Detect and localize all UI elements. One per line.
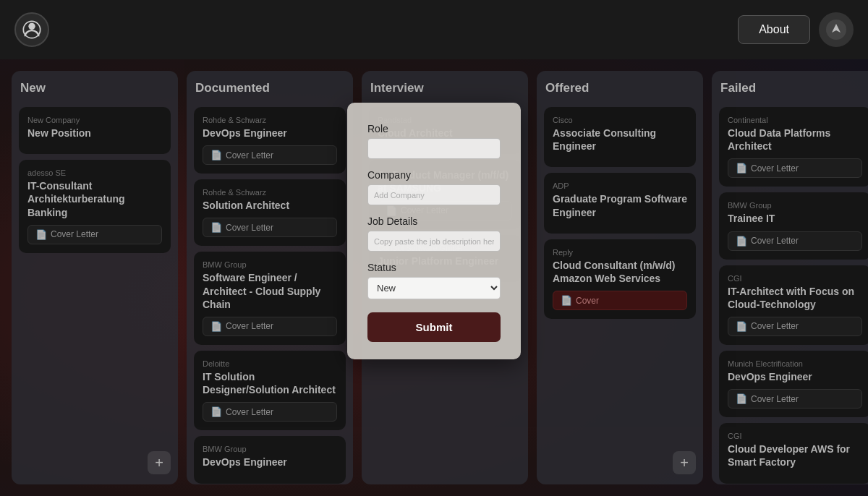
avatar-icon [825, 18, 848, 41]
header: About [0, 0, 868, 59]
role-input[interactable] [367, 138, 501, 159]
job-details-input[interactable] [367, 231, 501, 252]
company-label: Company [367, 169, 501, 181]
svg-point-0 [28, 23, 35, 30]
role-field: Role [367, 123, 501, 159]
avatar[interactable] [819, 12, 854, 47]
status-field: Status New Documented Interview Offered … [367, 262, 501, 299]
header-right: About [738, 12, 854, 47]
status-label: Status [367, 262, 501, 273]
company-field: Company [367, 169, 501, 205]
job-details-label: Job Details [367, 215, 501, 227]
logo [14, 12, 49, 47]
status-select[interactable]: New Documented Interview Offered Failed [367, 277, 501, 299]
submit-button[interactable]: Submit [367, 312, 501, 342]
company-input[interactable] [367, 184, 501, 205]
logo-icon [22, 20, 42, 40]
modal-overlay: Role Company Job Details Status New Docu… [0, 59, 868, 496]
job-details-field: Job Details [367, 215, 501, 252]
about-button[interactable]: About [738, 15, 810, 44]
add-card-modal: Role Company Job Details Status New Docu… [347, 103, 521, 359]
role-label: Role [367, 123, 501, 134]
